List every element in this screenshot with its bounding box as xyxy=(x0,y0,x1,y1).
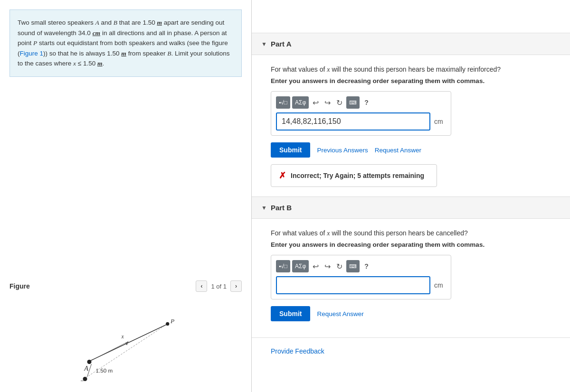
part-a-redo-btn[interactable]: ↪ xyxy=(323,97,332,108)
part-a-content: For what values of x will the sound this… xyxy=(252,55,570,196)
part-b-submit-button[interactable]: Submit xyxy=(271,306,310,321)
part-a-input-row: cm xyxy=(276,112,446,131)
part-a-request-answer-button[interactable]: Request Answer xyxy=(375,147,421,154)
part-b-answer-box: ▪√□ ΑΣφ ↩ ↪ ↻ ⌨ ? cm xyxy=(271,255,451,299)
part-b-input-row: cm xyxy=(276,276,446,294)
part-b-greek-icon: ΑΣφ xyxy=(295,263,306,270)
part-b-greek-btn[interactable]: ΑΣφ xyxy=(292,260,309,272)
unit-m-3: m xyxy=(97,60,103,67)
provide-feedback-section: Provide Feedback xyxy=(252,338,570,364)
part-a-action-row: Submit Previous Answers Request Answer xyxy=(271,142,551,158)
part-b-help-btn[interactable]: ? xyxy=(361,261,371,271)
part-a-feedback-text: Incorrect; Try Again; 5 attempts remaini… xyxy=(291,172,424,179)
var-x: x xyxy=(73,60,76,67)
part-a-submit-button[interactable]: Submit xyxy=(271,142,310,158)
svg-text:A: A xyxy=(84,364,88,372)
part-a-refresh-btn[interactable]: ↻ xyxy=(334,97,344,108)
part-a-header: ▼ Part A xyxy=(252,33,570,55)
figure-section: Figure ‹ 1 of 1 › A B 1.50 m xyxy=(10,280,242,383)
part-b-title: Part B xyxy=(271,204,292,212)
provide-feedback-link[interactable]: Provide Feedback xyxy=(271,347,324,355)
part-a-answer-box: ▪√□ ΑΣφ ↩ ↪ ↻ ⌨ ? cm xyxy=(271,91,451,136)
part-a-toolbar: ▪√□ ΑΣφ ↩ ↪ ↻ ⌨ ? xyxy=(276,96,446,109)
figure-next-button[interactable]: › xyxy=(230,280,242,292)
incorrect-icon: ✗ xyxy=(279,170,286,181)
part-a-input[interactable] xyxy=(276,112,430,131)
unit-m-1: m xyxy=(157,19,162,26)
svg-line-9 xyxy=(86,325,166,378)
part-b-unit: cm xyxy=(434,281,446,289)
part-a-instruction: Enter you answers in decreasing order se… xyxy=(271,77,551,84)
part-b-undo-btn[interactable]: ↩ xyxy=(311,261,321,272)
part-b-redo-btn[interactable]: ↪ xyxy=(323,261,332,272)
figure-nav: ‹ 1 of 1 › xyxy=(196,280,242,292)
part-b-input[interactable] xyxy=(276,276,430,294)
part-b-keyboard-btn[interactable]: ⌨ xyxy=(346,260,360,272)
part-b-instruction: Enter you answers in decreasing order se… xyxy=(271,241,551,248)
top-bar xyxy=(252,0,570,33)
figure-label: Figure xyxy=(10,282,30,290)
figure-prev-button[interactable]: ‹ xyxy=(196,280,207,292)
problem-text: Two small stereo speakers A and B that a… xyxy=(10,9,242,77)
left-panel: Two small stereo speakers A and B that a… xyxy=(0,0,252,392)
part-b-matrix-btn[interactable]: ▪√□ xyxy=(276,260,290,272)
unit-m-2: m xyxy=(121,50,126,57)
matrix-icon: ▪√□ xyxy=(279,99,287,106)
figure-link[interactable]: Figure 1 xyxy=(20,50,44,57)
part-b-toolbar: ▪√□ ΑΣφ ↩ ↪ ↻ ⌨ ? xyxy=(276,260,446,272)
part-a-keyboard-btn[interactable]: ⌨ xyxy=(346,96,360,109)
part-a-greek-btn[interactable]: ΑΣφ xyxy=(292,96,309,109)
svg-text:P: P xyxy=(170,317,174,325)
part-a-help-btn[interactable]: ? xyxy=(361,98,371,107)
part-b-question: For what values of x will the sound this… xyxy=(271,228,551,238)
part-a-collapse-arrow[interactable]: ▼ xyxy=(261,41,267,47)
right-panel: ▼ Part A For what values of x will the s… xyxy=(252,0,570,392)
part-b-refresh-btn[interactable]: ↻ xyxy=(334,261,344,272)
part-a-feedback: ✗ Incorrect; Try Again; 5 attempts remai… xyxy=(271,164,437,187)
part-a-title: Part A xyxy=(271,40,292,48)
figure-diagram: A B 1.50 m P x xyxy=(10,296,242,381)
part-a-section: ▼ Part A For what values of x will the s… xyxy=(252,33,570,197)
part-a-previous-answers-button[interactable]: Previous Answers xyxy=(317,147,368,154)
part-b-collapse-arrow[interactable]: ▼ xyxy=(261,205,267,211)
figure-page: 1 of 1 xyxy=(211,283,227,290)
part-b-section: ▼ Part B For what values of x will the s… xyxy=(252,197,570,338)
part-a-undo-btn[interactable]: ↩ xyxy=(311,97,321,108)
figure-header: Figure ‹ 1 of 1 › xyxy=(10,280,242,292)
part-b-request-answer-button[interactable]: Request Answer xyxy=(317,310,363,317)
svg-line-11 xyxy=(93,342,128,360)
svg-point-7 xyxy=(166,322,169,326)
part-a-matrix-btn[interactable]: ▪√□ xyxy=(276,96,290,109)
part-a-question: For what values of x will the sound this… xyxy=(271,65,551,75)
unit-cm: cm xyxy=(93,29,101,37)
part-b-content: For what values of x will the sound this… xyxy=(252,219,570,337)
part-b-header: ▼ Part B xyxy=(252,197,570,219)
speaker-b: B xyxy=(114,19,117,26)
point-p: P xyxy=(33,39,37,47)
svg-text:B: B xyxy=(80,379,84,381)
svg-text:x: x xyxy=(121,334,124,340)
speaker-a: A xyxy=(95,19,99,26)
part-b-matrix-icon: ▪√□ xyxy=(279,263,287,270)
svg-text:1.50 m: 1.50 m xyxy=(96,367,113,373)
part-a-unit: cm xyxy=(434,118,446,125)
speaker-b-2: B xyxy=(167,50,171,57)
part-b-action-row: Submit Request Answer xyxy=(271,306,551,321)
greek-icon: ΑΣφ xyxy=(295,99,306,106)
